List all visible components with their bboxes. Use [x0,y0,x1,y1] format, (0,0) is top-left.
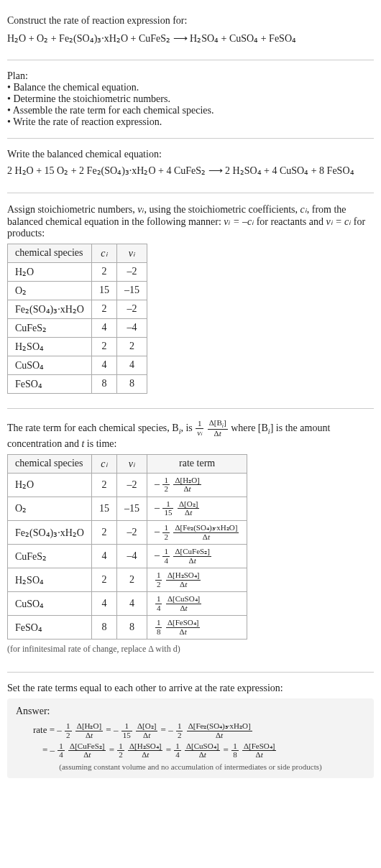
rel-prod: νᵢ = cᵢ [326,216,351,227]
cell-c: 8 [91,374,116,393]
final-header: Set the rate terms equal to each other t… [7,683,374,694]
table-row: FeSO₄88 [8,374,147,393]
text: where [B [231,423,268,433]
cell-species: Fe₂(SO₄)₃·xH₂O [8,300,92,318]
cell-c: 15 [91,497,116,520]
divider [7,193,374,193]
divider [7,60,374,60]
cell-v: –2 [116,262,147,281]
table-row: H₂O2–2– 12 Δ[H₂O]Δt [8,473,247,497]
intro-equation: H₂O + O₂ + Fe₂(SO₄)₃·xH₂O + CuFeS₂ ⟶ H₂S… [7,31,374,47]
plan-item-text: Write the rate of reaction expression. [13,116,162,127]
table-row: O₂15–15– 115 Δ[O₂]Δt [8,497,247,520]
plan-item-text: Assemble the rate term for each chemical… [13,105,214,116]
divider [7,672,374,673]
cell-rateterm: 12 Δ[H₂SO₄]Δt [147,568,247,592]
plan-item: • Balance the chemical equation. [7,82,374,93]
cell-species: H₂O [8,262,92,281]
col-ci: cᵢ [91,244,116,262]
cell-v: 2 [116,568,147,592]
divider [7,408,374,409]
answer-box: Answer: rate = – 12 Δ[H₂O]Δt = – 115 Δ[O… [7,698,374,778]
stoich-table: chemical species cᵢ νᵢ H₂O2–2 O₂15–15 Fe… [7,244,147,394]
table-row: CuFeS₂4–4– 14 Δ[CuFeS₂]Δt [8,545,247,568]
cell-species: CuFeS₂ [8,545,92,568]
cell-species: H₂SO₄ [8,337,92,356]
cell-v: 8 [116,616,147,640]
cell-c: 2 [91,300,116,318]
rateterm-note: (for infinitesimal rate of change, repla… [7,644,374,655]
text: is time: [84,438,116,449]
table-row: CuFeS₂4–4 [8,318,147,337]
table-row: H₂SO₄22 [8,337,147,356]
cell-c: 4 [91,356,116,374]
table-row: O₂15–15 [8,281,147,300]
answer-label: Answer: [16,706,365,717]
balanced-header: Write the balanced chemical equation: [7,149,374,160]
divider [7,138,374,139]
text: Assign stoichiometric numbers, [7,204,137,215]
delta-frac: Δ[Bi]Δt [208,419,228,438]
intro-section: Construct the rate of reaction expressio… [7,7,374,55]
cell-rateterm: – 14 Δ[CuFeS₂]Δt [147,545,247,568]
cell-c: 4 [91,592,116,616]
cell-rateterm: – 12 Δ[H₂O]Δt [147,473,247,497]
cell-v: –2 [116,300,147,318]
cell-c: 8 [91,616,116,640]
stoich-section: Assign stoichiometric numbers, νᵢ, using… [7,198,374,404]
text: , is [180,423,195,433]
text: νᵢ [129,248,135,259]
rel-react: νᵢ = –cᵢ [224,216,254,227]
text: , using the stoichiometric coefficients, [144,204,300,215]
c-i: cᵢ [300,204,307,215]
cell-rateterm: – 12 Δ[Fe₂(SO₄)₃·xH₂O]Δt [147,521,247,545]
rateterm-table: chemical species cᵢ νᵢ rate term H₂O2–2–… [7,454,247,640]
balanced-equation: 2 H₂O + 15 O₂ + 2 Fe₂(SO₄)₃·xH₂O + 4 CuF… [7,163,374,179]
rateterm-section: The rate term for each chemical species,… [7,413,374,668]
plan-item-text: Determine the stoichiometric numbers. [13,93,170,104]
cell-species: H₂O [8,473,92,497]
cell-v: –4 [116,545,147,568]
text: νᵢ [129,458,135,469]
cell-c: 4 [91,318,116,337]
cell-v: –15 [116,281,147,300]
col-species: chemical species [8,454,92,473]
cell-c: 15 [91,281,116,300]
cell-species: CuFeS₂ [8,318,92,337]
cell-c: 2 [91,337,116,356]
text: cᵢ [101,458,107,469]
balanced-section: Write the balanced chemical equation: 2 … [7,143,374,188]
cell-rateterm: – 115 Δ[O₂]Δt [147,497,247,520]
plan-item: • Write the rate of reaction expression. [7,116,374,128]
col-vi: νᵢ [116,454,147,473]
cell-species: Fe₂(SO₄)₃·xH₂O [8,521,92,545]
table-row: H₂SO₄22 12 Δ[H₂SO₄]Δt [8,568,247,592]
cell-species: CuSO₄ [8,592,92,616]
stoich-intro: Assign stoichiometric numbers, νᵢ, using… [7,203,374,239]
cell-v: 4 [116,592,147,616]
plan-header: Plan: [7,70,374,82]
rate-expression: rate = – 12 Δ[H₂O]Δt = – 115 Δ[O₂]Δt = –… [33,720,365,760]
table-row: FeSO₄88 18 Δ[FeSO₄]Δt [8,616,247,640]
plan-item: • Determine the stoichiometric numbers. [7,93,374,105]
table-row: Fe₂(SO₄)₃·xH₂O2–2– 12 Δ[Fe₂(SO₄)₃·xH₂O]Δ… [8,521,247,545]
cell-c: 4 [91,545,116,568]
cell-v: –4 [116,318,147,337]
table-row: Fe₂(SO₄)₃·xH₂O2–2 [8,300,147,318]
cell-v: –2 [116,473,147,497]
cell-c: 2 [91,473,116,497]
cell-species: CuSO₄ [8,356,92,374]
cell-species: H₂SO₄ [8,568,92,592]
table-row: CuSO₄44 14 Δ[CuSO₄]Δt [8,592,247,616]
cell-c: 2 [91,568,116,592]
plan-section: Plan: • Balance the chemical equation. •… [7,65,374,134]
cell-species: FeSO₄ [8,616,92,640]
col-rateterm: rate term [147,454,247,473]
cell-v: –2 [116,521,147,545]
plan-item: • Assemble the rate term for each chemic… [7,105,374,116]
final-section: Set the rate terms equal to each other t… [7,677,374,784]
cell-c: 2 [91,262,116,281]
text: The rate term for each chemical species,… [7,423,179,433]
assumption-note: (assuming constant volume and no accumul… [16,762,365,771]
table-header-row: chemical species cᵢ νᵢ [8,244,147,262]
